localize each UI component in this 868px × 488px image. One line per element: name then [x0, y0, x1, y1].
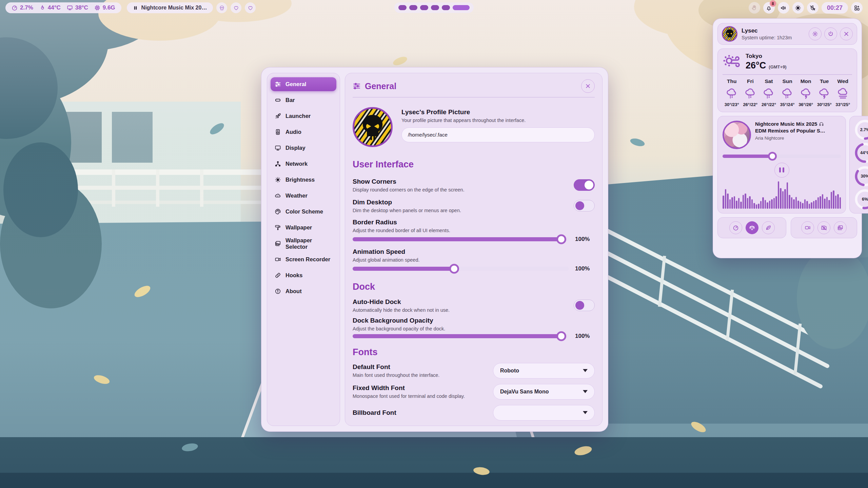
workspace-dot[interactable] [420, 5, 428, 10]
media-player-pill[interactable]: Nightcore Music Mix 20… [127, 2, 213, 13]
sidebar-item-weather[interactable]: Weather [271, 189, 336, 203]
animation-speed-slider[interactable] [353, 267, 569, 271]
auto-hide-dock-toggle[interactable] [574, 300, 595, 311]
setting-label: Billboard Font [353, 409, 396, 416]
gauge-value: 6% [854, 188, 868, 210]
sidebar-item-audio[interactable]: Audio [271, 125, 336, 139]
profile-path-input[interactable] [401, 127, 595, 142]
border-radius-slider-row: 100% [353, 236, 595, 243]
power-profile-selector [717, 217, 786, 238]
slider-thumb[interactable] [768, 152, 777, 161]
workspace-dot[interactable] [442, 5, 450, 10]
workspace-dot[interactable] [398, 5, 407, 10]
images-icon [837, 225, 843, 231]
grid-plus-icon [854, 5, 860, 11]
forecast-day: Tue 30°/25° [815, 78, 834, 107]
skull-icon [219, 5, 225, 11]
slider-thumb[interactable] [556, 234, 566, 244]
skull-button[interactable] [216, 2, 227, 13]
cloud-fog-icon [836, 88, 849, 99]
workspace-dot[interactable] [409, 5, 417, 10]
screen-record-button[interactable] [801, 221, 814, 234]
dashboard-button[interactable] [851, 2, 863, 14]
sidebar-item-network[interactable]: Network [271, 157, 336, 171]
user-texts: Lysec System uptime: 1h23m [742, 27, 792, 40]
workspace-dot[interactable] [431, 5, 439, 10]
setting-billboard-font: Billboard Font [353, 405, 595, 421]
sidebar-item-label: Weather [285, 192, 308, 199]
setting-label: Show Corners [353, 178, 465, 185]
power-button[interactable] [824, 27, 837, 40]
performance-profile-button[interactable] [729, 221, 742, 234]
ram-gauge: 30% [854, 165, 868, 187]
screenshot-button[interactable] [817, 221, 830, 234]
sidebar-item-label: Wallpaper Selector [285, 237, 332, 250]
setting-texts: Show Corners Display rounded corners on … [353, 178, 465, 192]
workspace-active-pill[interactable] [453, 5, 470, 10]
setting-description: Main font used throughout the interface. [353, 372, 439, 378]
sidebar-item-wallpaper[interactable]: Wallpaper [271, 221, 336, 235]
dropdown-value: Roboto [500, 368, 519, 374]
visualizer-bar [760, 201, 762, 208]
sidebar-item-about[interactable]: About [271, 284, 336, 298]
settings-button[interactable] [809, 27, 822, 40]
setting-label: Auto-Hide Dock [353, 298, 450, 306]
visualizer-bar [738, 198, 740, 208]
cloud-icon [275, 192, 281, 199]
power-saver-profile-button[interactable] [762, 221, 775, 234]
setting-description: Adjust the rounded border of all UI elem… [353, 228, 595, 233]
border-radius-slider[interactable] [353, 237, 569, 241]
dim-desktop-toggle[interactable] [574, 200, 595, 211]
close-panel-button[interactable] [840, 27, 853, 40]
section-title-user-interface: User Interface [353, 159, 595, 170]
visualizer-bar [756, 204, 757, 209]
sidebar-item-hooks[interactable]: Hooks [271, 268, 336, 282]
show-corners-toggle[interactable] [574, 179, 595, 191]
system-stats-pill[interactable]: 2.7% 44°C 38°C 9.6G [5, 2, 121, 13]
favorite-button[interactable] [231, 2, 241, 13]
default-font-dropdown[interactable]: Roboto [493, 363, 595, 379]
forecast-temps: 35°/24° [778, 102, 797, 107]
clock[interactable]: 00:27 [822, 2, 848, 14]
visualizer-bar [833, 190, 834, 208]
like-button[interactable] [245, 2, 256, 13]
close-window-button[interactable] [581, 79, 595, 93]
settings-content: General Lysec's Profile Picture Your pro… [345, 73, 603, 426]
sidebar-item-general[interactable]: General [271, 77, 336, 91]
brightness-button[interactable] [792, 2, 804, 14]
profile-picture-row: Lysec's Profile Picture Your profile pic… [353, 107, 595, 147]
pause-button[interactable] [774, 163, 789, 178]
workspace-indicator[interactable] [394, 2, 474, 13]
setting-dock-opacity: Dock Background Opacity Adjust the backg… [353, 317, 595, 340]
dock-opacity-slider[interactable] [353, 334, 569, 338]
media-progress-slider[interactable] [723, 155, 841, 158]
profile-avatar[interactable] [353, 107, 393, 147]
volume-button[interactable] [778, 2, 789, 14]
wallpaper-gallery-button[interactable] [834, 221, 847, 234]
balanced-profile-button[interactable] [746, 221, 758, 234]
visualizer-bar [787, 182, 788, 208]
slider-thumb[interactable] [556, 331, 566, 341]
setting-texts: Fixed Width Font Monospace font used for… [353, 384, 465, 399]
sidebar-item-screen-recorder[interactable]: Screen Recorder [271, 252, 336, 266]
sliders-icon [275, 81, 281, 87]
visualizer-bar [822, 194, 824, 208]
visualizer-bar [828, 200, 830, 209]
slider-value: 100% [575, 333, 595, 340]
temp-gauge: 44°C [854, 142, 868, 164]
sidebar-item-launcher[interactable]: Launcher [271, 109, 336, 123]
sidebar-item-brightness[interactable]: Brightness [271, 173, 336, 187]
sidebar-item-display[interactable]: Display [271, 141, 336, 155]
notifications-button[interactable]: 8 [763, 2, 775, 14]
visualizer-bar [780, 188, 782, 209]
billboard-font-dropdown[interactable] [493, 405, 595, 421]
sidebar-item-wallpaper-selector[interactable]: Wallpaper Selector [271, 237, 336, 250]
sidebar-item-color-scheme[interactable]: Color Scheme [271, 205, 336, 219]
tray-app-button[interactable] [749, 2, 760, 14]
setting-show-corners: Show Corners Display rounded corners on … [353, 178, 595, 192]
sidebar-item-bar[interactable]: Bar [271, 93, 336, 107]
fixed-font-dropdown[interactable]: DejaVu Sans Mono [493, 384, 595, 400]
gauge-icon [733, 225, 739, 231]
night-light-button[interactable] [807, 2, 818, 14]
slider-thumb[interactable] [449, 264, 459, 273]
